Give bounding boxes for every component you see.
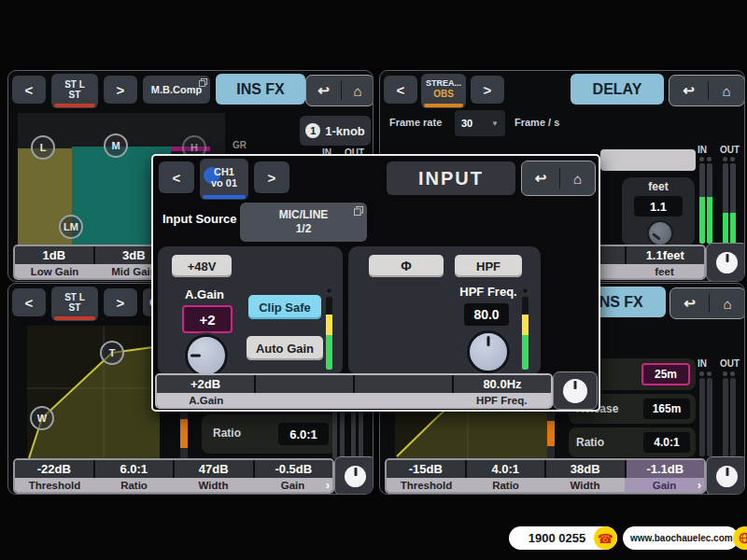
prev-channel-button[interactable]: < [384,76,417,104]
param-value-cell[interactable]: 6.0:1 [95,460,174,478]
phone-icon: ☎ [594,526,617,550]
frame-rate-dropdown[interactable]: 30 ▼ [455,110,505,136]
param-value-cell[interactable] [355,375,452,393]
home-icon[interactable]: ⌂ [724,296,732,312]
ratio-value[interactable]: 6.0:1 [278,423,329,445]
phase-button[interactable]: Φ [369,255,444,277]
channel-name: STREA... [426,79,461,89]
page-button-delay[interactable]: DELAY [571,74,664,105]
peak-led [522,287,529,294]
param-value-cell[interactable]: 4.0:1 [467,460,545,478]
home-icon[interactable]: ⌂ [723,83,731,99]
out-label: OUT [720,358,740,369]
param-value-cell[interactable] [256,375,353,393]
again-value-text: +2 [199,312,215,328]
clip-safe-button[interactable]: Clip Safe [248,295,321,319]
ratio-label: Ratio [576,436,604,449]
hpf-freq-value[interactable]: 80.0 [464,303,509,326]
channel-select-button[interactable]: ST L ST [51,287,98,321]
channel-select-button[interactable]: CH1 vo 01 [200,159,248,200]
band-point-lm[interactable]: LM [59,215,83,239]
undo-icon[interactable]: ↩ [535,170,547,187]
knob-point-threshold[interactable]: T [100,341,124,365]
param-value-cell[interactable]: 1.1feet [627,246,705,264]
prev-channel-button[interactable]: < [159,161,194,193]
again-knob[interactable] [185,334,228,377]
page-button-insfx[interactable]: INS FX [216,74,305,105]
param-label-cell: Ratio [94,478,174,492]
param-value-cell[interactable]: 1dB [15,246,93,264]
peak-led [723,157,727,161]
next-channel-button[interactable]: > [254,161,289,193]
phantom-48v-button[interactable]: +48V [172,255,232,277]
copy-icon [199,78,207,87]
undo-icon[interactable]: ↩ [317,82,330,99]
phantom-48v-label: +48V [188,259,217,273]
param-label-cell: Ratio [466,478,545,492]
param-value-cell[interactable]: +2dB [157,375,254,393]
touch-knob-button[interactable] [553,371,598,410]
param-label-cell: Threshold [387,478,466,492]
param-label-cell: Threshold [15,478,94,492]
param-value-cell[interactable]: 80.0Hz [454,375,551,393]
band-point-l[interactable]: L [31,135,55,160]
attack-value[interactable]: 25m [641,363,690,385]
knob-icon [345,466,366,487]
more-chevron-icon[interactable]: › [326,478,330,492]
input-source-button[interactable]: MIC/LINE 1/2 [240,203,367,242]
param-value: 3dB [122,248,146,262]
param-label: Threshold [29,480,81,491]
param-value-cell[interactable]: -0.5dB [255,460,333,478]
feet-value[interactable]: 1.1 [634,196,683,217]
band-point-label: LM [63,221,78,232]
hpf-freq-knob[interactable] [467,330,510,373]
param-value-cell[interactable]: -22dB [15,460,93,478]
knob-icon [716,252,738,273]
param-value-cell[interactable]: -15dB [387,460,465,478]
home-icon[interactable]: ⌂ [354,83,362,99]
knob-icon [563,379,587,403]
touch-knob-button[interactable] [706,456,745,495]
param-label: HPF Freq. [476,395,527,406]
channel-name2: vo 01 [211,177,237,189]
home-icon[interactable]: ⌂ [573,171,582,187]
prev-channel-button[interactable]: < [12,288,46,316]
param-value-cell[interactable]: 38dB [546,460,625,478]
touch-knob-button[interactable] [706,243,745,282]
frame-rate-label: Frame rate [389,117,442,128]
again-label: A.Gain [167,287,242,301]
one-knob-button[interactable]: 1 1-knob [300,116,371,146]
again-value[interactable]: +2 [182,305,233,333]
auto-gain-button[interactable]: Auto Gain [247,336,323,360]
knob-point-width[interactable]: W [30,406,54,430]
preset-button[interactable]: M.B.Comp [143,76,210,104]
undo-icon[interactable]: ↩ [683,82,695,99]
param-value-cell-selected[interactable]: -1.1dB [627,460,705,478]
channel-select-button[interactable]: STREA... OBS [421,74,466,108]
page-label: INS FX [595,294,643,311]
next-channel-button[interactable]: > [471,76,504,104]
band-point-m[interactable]: M [104,133,128,158]
prev-channel-button[interactable]: < [12,76,46,104]
more-chevron-icon[interactable]: › [698,478,701,492]
next-channel-button[interactable]: > [104,76,137,104]
param-bar: +2dB 80.0Hz A.Gain HPF Freq. [155,373,553,409]
ratio-row: Ratio 4.0:1 [569,427,696,457]
undo-icon[interactable]: ↩ [684,295,696,312]
touch-knob-button[interactable] [334,456,374,495]
param-value-cell[interactable]: 47dB [175,460,253,478]
hpf-button[interactable]: HPF [455,255,522,277]
param-label-cell: Gain› [253,478,332,492]
channel-select-button[interactable]: ST L ST [51,74,98,108]
nav-group: ↩ ⌂ [521,161,596,196]
param-label-cell: Width [545,478,625,492]
param-label-cell: feet [625,264,704,278]
next-channel-button[interactable]: > [104,288,137,316]
one-knob-label: 1-knob [325,124,365,138]
ratio-value[interactable]: 4.0:1 [643,432,690,453]
delay-knob[interactable] [647,220,673,246]
divider [708,81,709,99]
nav-group: ↩ ⌂ [669,75,745,106]
attack-value-text: 25m [655,368,677,381]
release-value[interactable]: 165m [643,399,690,419]
